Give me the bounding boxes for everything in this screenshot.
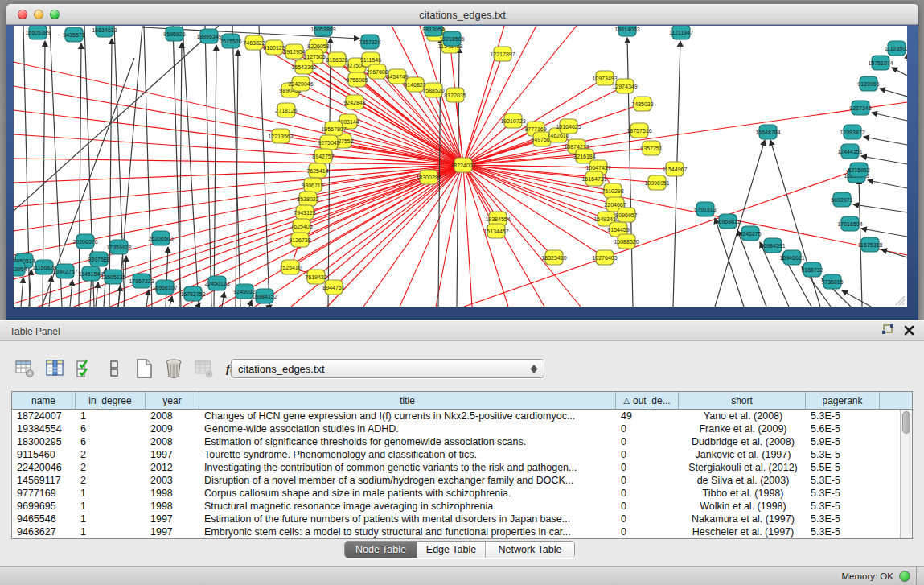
memory-status-indicator[interactable] <box>899 571 910 582</box>
graph-node[interactable]: 16164731 <box>581 171 606 186</box>
graph-node[interactable]: 8944751 <box>322 280 344 295</box>
graph-node[interactable]: 7943123 <box>294 205 315 220</box>
table-row[interactable]: 1938455462009Genome-wide association stu… <box>12 422 912 435</box>
table-row[interactable]: 969969511998Structural magnetic resonanc… <box>12 500 912 513</box>
graph-node[interactable]: 16634613 <box>92 26 117 37</box>
graph-node[interactable]: 7510298 <box>602 183 623 198</box>
float-panel-icon[interactable] <box>881 324 894 336</box>
graph-node[interactable]: 11211347 <box>669 26 693 39</box>
graph-node[interactable]: 9227343 <box>849 101 871 115</box>
graph-node[interactable]: 15134457 <box>483 224 508 238</box>
column-header-short[interactable]: short <box>679 392 806 409</box>
graph-node[interactable]: 9242848 <box>343 95 365 109</box>
graph-node[interactable]: 18614063 <box>614 26 639 36</box>
graph-node[interactable]: 19210723 <box>500 113 525 128</box>
table-settings-icon[interactable] <box>14 358 35 379</box>
graph-node[interactable]: 9595926 <box>163 27 185 41</box>
graph-node[interactable]: 11675318 <box>858 237 883 252</box>
graph-node[interactable]: 8942757 <box>312 149 334 163</box>
show-columns-icon[interactable] <box>44 358 65 379</box>
graph-node[interactable]: 5692971 <box>831 192 852 207</box>
graph-node[interactable]: 20206576 <box>72 234 97 249</box>
graph-node[interactable]: 9275045 <box>318 135 339 150</box>
graph-node[interactable]: 8756085 <box>346 72 368 87</box>
graph-node[interactable]: 18995349 <box>196 29 221 43</box>
table-row[interactable]: 946554611997Estimation of the future num… <box>12 513 912 525</box>
graph-node[interactable]: 7625405 <box>290 219 312 233</box>
graph-node[interactable]: 9435571 <box>63 27 84 42</box>
graph-node[interactable]: 11544967 <box>663 162 688 176</box>
network-canvas[interactable]: 7463822916012389129548226058912750516543… <box>14 26 907 307</box>
graph-node[interactable]: 7485033 <box>631 97 653 111</box>
table-row[interactable]: 1456911722003Disruption of a novel membe… <box>12 474 912 487</box>
graph-node[interactable]: 22420046 <box>288 76 313 91</box>
column-header-in_degree[interactable]: in_degree <box>76 392 146 409</box>
graph-node[interactable]: 16946621 <box>779 250 804 265</box>
graph-node[interactable]: 12974349 <box>612 79 637 93</box>
graph-node[interactable]: 9735815 <box>821 274 843 289</box>
graph-node[interactable]: 8096957 <box>615 208 637 222</box>
graph-node[interactable]: 15751074 <box>868 56 893 70</box>
table-row[interactable]: 2242004622012Investigating the contribut… <box>12 461 912 474</box>
table-row[interactable]: 946362711997Embryonic stem cells: a mode… <box>12 525 912 538</box>
graph-node[interactable]: 17359928 <box>106 240 131 254</box>
graph-node[interactable]: 13942757 <box>52 264 77 278</box>
graph-node[interactable]: 15088520 <box>614 234 639 249</box>
graph-node[interactable]: 18757516 <box>626 123 651 138</box>
graph-node[interactable]: 17957223 <box>129 274 154 288</box>
tab-edge-table[interactable]: Edge Table <box>417 542 486 558</box>
graph-node[interactable]: 16543362 <box>291 60 316 74</box>
graph-node[interactable]: 18724007 <box>450 158 475 172</box>
graph-node[interactable]: 10164625 <box>556 119 581 134</box>
new-column-icon[interactable] <box>133 358 154 379</box>
graph-node[interactable]: 12217897 <box>490 47 515 61</box>
delete-column-icon[interactable] <box>163 358 184 379</box>
graph-node[interactable]: 9306715 <box>302 178 323 192</box>
column-header-out_de[interactable]: △out_de... <box>616 392 679 409</box>
close-panel-icon[interactable] <box>904 325 914 336</box>
delete-table-icon[interactable] <box>193 358 214 379</box>
graph-node[interactable]: 17016504 <box>837 216 862 231</box>
column-header-pagerank[interactable]: pagerank <box>806 392 880 409</box>
column-header-name[interactable]: name <box>12 392 76 409</box>
graph-node[interactable]: 18300295 <box>416 170 441 184</box>
row-height-icon[interactable] <box>104 358 125 379</box>
table-row[interactable]: 1872400712008Changes of HCN gene express… <box>12 410 912 422</box>
graph-node[interactable]: 8186328 <box>326 52 347 67</box>
graph-node[interactable]: 9129966 <box>857 76 879 91</box>
graph-node[interactable]: 9126738 <box>289 233 310 247</box>
graph-node[interactable]: 7588520 <box>422 83 444 97</box>
graph-node[interactable]: 16053809 <box>310 26 335 36</box>
graph-node[interactable]: 8122035 <box>444 88 466 102</box>
graph-node[interactable]: 16958107 <box>152 280 177 295</box>
graph-node[interactable]: 22450123 <box>204 276 229 290</box>
graph-node[interactable]: 26206503 <box>148 231 173 245</box>
graph-node[interactable]: 7619432 <box>305 270 326 284</box>
table-row[interactable]: 1830029562008Estimation of significance … <box>12 435 912 448</box>
graph-node[interactable]: 11451544 <box>79 266 104 281</box>
graph-node[interactable]: 12213563 <box>268 129 293 143</box>
graph-node[interactable]: 18525410 <box>541 250 566 265</box>
graph-node[interactable]: 2718126 <box>275 103 297 117</box>
graph-node[interactable]: 10276405 <box>592 250 617 265</box>
network-select-dropdown[interactable]: citations_edges.txt <box>231 359 544 378</box>
graph-node[interactable]: 7515526 <box>220 34 241 48</box>
graph-node[interactable]: 16648784 <box>755 125 780 139</box>
graph-node[interactable]: 19218506 <box>439 31 464 46</box>
graph-node[interactable]: 8912954 <box>283 44 305 59</box>
graph-node[interactable]: 9245275 <box>739 226 761 241</box>
graph-node[interactable]: 19567807 <box>321 122 346 136</box>
graph-node[interactable]: 12444151 <box>837 144 862 159</box>
graph-node[interactable]: 2967608 <box>366 64 388 79</box>
graph-node[interactable]: 16605389 <box>25 26 50 39</box>
graph-node[interactable]: 16984531 <box>760 238 785 253</box>
graph-node[interactable]: 9397588 <box>88 252 109 266</box>
table-row[interactable]: 977716911998Corpus callosum shape and si… <box>12 487 912 500</box>
graph-node[interactable]: 9160123 <box>263 40 285 55</box>
graph-node[interactable]: 13505135 <box>101 270 125 284</box>
column-header-title[interactable]: title <box>199 392 616 409</box>
graph-node[interactable]: 9357251 <box>640 141 662 155</box>
graph-node[interactable]: 8813054 <box>422 26 444 36</box>
graph-node[interactable]: 10996951 <box>644 175 669 190</box>
column-header-year[interactable]: year <box>146 392 199 409</box>
